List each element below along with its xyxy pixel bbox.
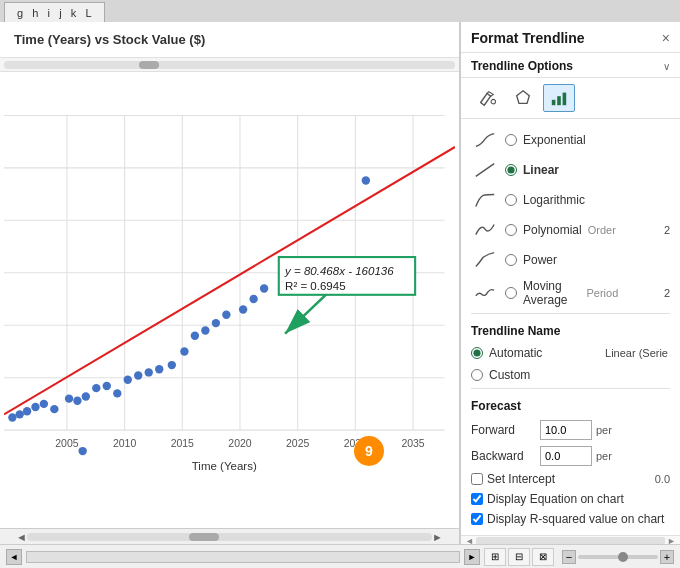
svg-text:R² = 0.6945: R² = 0.6945 bbox=[285, 280, 346, 292]
svg-rect-60 bbox=[552, 100, 556, 105]
svg-line-63 bbox=[476, 164, 494, 177]
set-intercept-row: Set Intercept 0.0 bbox=[471, 469, 670, 489]
exponential-radio[interactable] bbox=[505, 134, 517, 146]
polynomial-label: Polynomial bbox=[523, 223, 582, 237]
icon-tabs bbox=[461, 78, 680, 119]
scroll-left-button[interactable]: ◄ bbox=[6, 549, 22, 565]
sheet-tab[interactable]: g h i j k L bbox=[4, 2, 105, 22]
fill-icon-button[interactable] bbox=[471, 84, 503, 112]
svg-point-40 bbox=[260, 284, 268, 292]
period-label: Period bbox=[587, 287, 645, 299]
linear-label: Linear bbox=[523, 163, 670, 177]
scroll-track[interactable] bbox=[27, 533, 432, 541]
trendline-moving-average-row: MovingAverage Period 2 bbox=[471, 275, 670, 311]
backward-input[interactable] bbox=[540, 446, 592, 466]
svg-point-35 bbox=[201, 326, 209, 334]
page-break-button[interactable]: ⊠ bbox=[532, 548, 554, 566]
backward-label: Backward bbox=[471, 449, 536, 463]
svg-point-33 bbox=[180, 347, 188, 355]
svg-text:y = 80.468x - 160136: y = 80.468x - 160136 bbox=[284, 265, 394, 277]
linear-radio[interactable] bbox=[505, 164, 517, 176]
automatic-radio[interactable] bbox=[471, 347, 483, 359]
period-value: 2 bbox=[650, 287, 670, 299]
automatic-value: Linear (Serie bbox=[582, 347, 671, 359]
top-scrollbar[interactable] bbox=[0, 58, 459, 72]
svg-rect-61 bbox=[557, 96, 561, 105]
power-icon bbox=[471, 249, 499, 271]
zoom-plus-button[interactable]: + bbox=[660, 550, 674, 564]
power-radio[interactable] bbox=[505, 254, 517, 266]
moving-average-icon bbox=[471, 282, 499, 304]
exponential-icon bbox=[471, 129, 499, 151]
chevron-down-icon[interactable]: ∨ bbox=[663, 61, 670, 72]
svg-point-44 bbox=[78, 447, 86, 455]
tab-bar: g h i j k L bbox=[0, 0, 680, 22]
normal-view-button[interactable]: ⊞ bbox=[484, 548, 506, 566]
svg-text:2005: 2005 bbox=[55, 438, 78, 449]
set-intercept-label: Set Intercept bbox=[487, 472, 636, 486]
chart-wrapper: 2005 2010 2015 2020 2025 2030 2035 Time … bbox=[4, 72, 455, 526]
linear-icon bbox=[471, 159, 499, 181]
badge-number: 9 bbox=[354, 436, 384, 466]
panel-scroll-left-arrow[interactable]: ◄ bbox=[463, 536, 476, 544]
svg-text:Time (Years): Time (Years) bbox=[192, 460, 257, 472]
set-intercept-value: 0.0 bbox=[640, 473, 670, 485]
trendline-polynomial-row: Polynomial Order 2 bbox=[471, 215, 670, 245]
svg-text:2025: 2025 bbox=[286, 438, 309, 449]
forward-input[interactable] bbox=[540, 420, 592, 440]
svg-point-29 bbox=[134, 371, 142, 379]
exponential-label: Exponential bbox=[523, 133, 670, 147]
panel-body: Exponential Linear bbox=[461, 119, 680, 535]
panel-close-button[interactable]: × bbox=[662, 30, 670, 46]
custom-label: Custom bbox=[489, 368, 670, 382]
svg-point-58 bbox=[491, 99, 496, 104]
display-equation-checkbox[interactable] bbox=[471, 493, 483, 505]
svg-rect-62 bbox=[563, 93, 567, 106]
svg-point-37 bbox=[222, 311, 230, 319]
panel-scroll-track[interactable] bbox=[476, 537, 665, 544]
display-rsquared-checkbox[interactable] bbox=[471, 513, 483, 525]
display-equation-label: Display Equation on chart bbox=[487, 492, 670, 506]
effects-icon-button[interactable] bbox=[507, 84, 539, 112]
display-equation-row: Display Equation on chart bbox=[471, 489, 670, 509]
scroll-right-button[interactable]: ► bbox=[464, 549, 480, 565]
panel-header: Format Trendline × bbox=[461, 22, 680, 53]
svg-point-18 bbox=[23, 407, 31, 415]
polynomial-radio[interactable] bbox=[505, 224, 517, 236]
display-rsquared-row: Display R-squared value on chart bbox=[471, 509, 670, 529]
page-layout-button[interactable]: ⊟ bbox=[508, 548, 530, 566]
svg-point-16 bbox=[8, 413, 16, 421]
logarithmic-radio[interactable] bbox=[505, 194, 517, 206]
svg-point-38 bbox=[239, 305, 247, 313]
panel-scroll-right-arrow[interactable]: ► bbox=[665, 536, 678, 544]
zoom-minus-button[interactable]: − bbox=[562, 550, 576, 564]
svg-text:2035: 2035 bbox=[401, 438, 424, 449]
zoom-control: − + bbox=[562, 550, 674, 564]
forward-label: Forward bbox=[471, 423, 536, 437]
svg-point-36 bbox=[212, 319, 220, 327]
svg-point-31 bbox=[155, 365, 163, 373]
svg-point-43 bbox=[362, 176, 370, 184]
svg-marker-59 bbox=[517, 91, 530, 104]
trendline-power-row: Power bbox=[471, 245, 670, 275]
main-content: Time (Years) vs Stock Value ($) bbox=[0, 22, 680, 544]
svg-rect-0 bbox=[4, 105, 455, 493]
custom-radio[interactable] bbox=[471, 369, 483, 381]
polynomial-order-label: Order bbox=[588, 224, 644, 236]
polynomial-icon bbox=[471, 219, 499, 241]
chart-hscroll[interactable]: ◄ ► bbox=[0, 528, 459, 544]
svg-point-24 bbox=[82, 392, 90, 400]
page-break-icon: ⊠ bbox=[539, 551, 547, 562]
panel-title: Format Trendline bbox=[471, 30, 585, 46]
svg-text:2010: 2010 bbox=[113, 438, 136, 449]
page-layout-icon: ⊟ bbox=[515, 551, 523, 562]
set-intercept-checkbox[interactable] bbox=[471, 473, 483, 485]
display-rsquared-label: Display R-squared value on chart bbox=[487, 512, 670, 526]
trendline-options-icon-button[interactable] bbox=[543, 84, 575, 112]
automatic-label: Automatic bbox=[489, 346, 576, 360]
moving-average-radio[interactable] bbox=[505, 287, 517, 299]
svg-text:2015: 2015 bbox=[171, 438, 194, 449]
svg-point-34 bbox=[191, 332, 199, 340]
panel-hscroll[interactable]: ◄ ► bbox=[461, 535, 680, 544]
zoom-slider[interactable] bbox=[578, 555, 658, 559]
